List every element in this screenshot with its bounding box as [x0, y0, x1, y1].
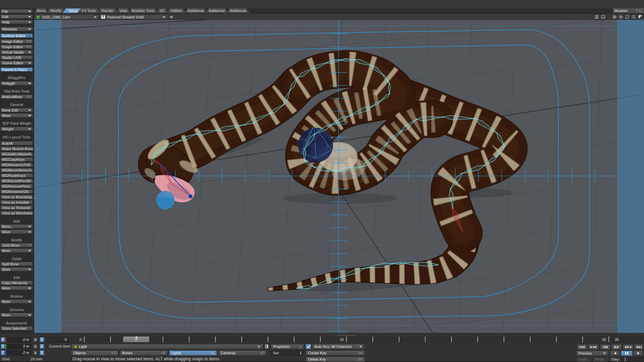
- svg-text:20: 20: [602, 338, 606, 342]
- svg-text:10: 10: [340, 338, 344, 342]
- svg-text:0: 0: [79, 338, 82, 342]
